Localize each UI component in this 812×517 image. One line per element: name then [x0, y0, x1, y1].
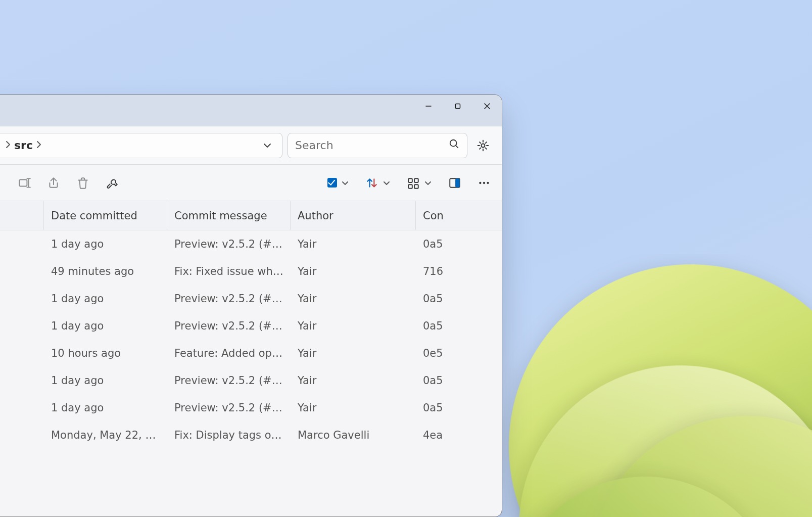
cell-author: Yair [291, 238, 416, 250]
table-row[interactable]: 1 day agoPreview: v2.5.2 (#12662)Yair0a5 [0, 230, 502, 258]
cell-author: Yair [291, 320, 416, 332]
address-history-dropdown[interactable] [259, 140, 276, 151]
cell-hash: 0a5 [416, 293, 502, 305]
rename-button[interactable] [18, 176, 31, 190]
column-header-commit-hash[interactable]: Con [416, 201, 502, 230]
cell-message: Preview: v2.5.2 (#12662) [167, 320, 291, 332]
cell-message: Fix: Display tags on netw… [167, 429, 291, 441]
cell-date: 1 day ago [44, 320, 167, 332]
toolbar [0, 165, 502, 201]
search-input[interactable]: Search [288, 133, 467, 158]
cell-author: Yair [291, 347, 416, 359]
cell-hash: 0a5 [416, 402, 502, 414]
svg-rect-11 [414, 184, 418, 189]
cell-author: Yair [291, 265, 416, 277]
cell-author: Yair [291, 402, 416, 414]
cell-author: Marco Gavelli [291, 429, 416, 441]
table-header: Git status Date committed Commit message… [0, 201, 502, 230]
table-body: 1 day agoPreview: v2.5.2 (#12662)Yair0a5… [0, 230, 502, 449]
checkbox-icon [327, 178, 337, 187]
desktop-wallpaper [484, 254, 812, 517]
column-header-author[interactable]: Author [291, 201, 416, 230]
table-row[interactable]: 10 hours agoFeature: Added option t…Yair… [0, 340, 502, 367]
delete-button[interactable] [76, 176, 89, 190]
search-icon [449, 138, 460, 152]
cell-date: 1 day ago [44, 238, 167, 250]
cell-message: Preview: v2.5.2 (#12662) [167, 238, 291, 250]
column-header-git-status[interactable]: Git status [0, 201, 44, 230]
sort-button[interactable] [365, 176, 391, 190]
cell-message: Preview: v2.5.2 (#12662) [167, 402, 291, 414]
svg-rect-1 [456, 104, 460, 109]
svg-line-5 [456, 146, 458, 148]
column-header-date-committed[interactable]: Date committed [44, 201, 167, 230]
cell-hash: 716 [416, 265, 502, 277]
table-row[interactable]: 1 day agoPreview: v2.5.2 (#12662)Yair0a5 [0, 285, 502, 312]
cell-author: Yair [291, 374, 416, 387]
svg-rect-7 [19, 179, 27, 186]
table-row[interactable]: Monday, May 22, 2023Fix: Display tags on… [0, 421, 502, 449]
svg-point-16 [487, 181, 489, 183]
cell-hash: 0a5 [416, 374, 502, 387]
preview-pane-button[interactable] [448, 176, 461, 190]
chevron-right-icon [5, 139, 11, 152]
cell-message: Preview: v2.5.2 (#12662) [167, 293, 291, 305]
cell-hash: 0a5 [416, 238, 502, 250]
svg-rect-10 [408, 184, 412, 189]
table-row[interactable]: 1 day agoPreview: v2.5.2 (#12662)Yair0a5 [0, 367, 502, 394]
cell-message: Fix: Fixed issue where mi… [167, 265, 291, 277]
layout-button[interactable] [407, 176, 432, 190]
minimize-button[interactable] [414, 95, 443, 117]
titlebar [0, 95, 502, 126]
table-row[interactable]: 1 day agoPreview: v2.5.2 (#12662)Yair0a5 [0, 394, 502, 421]
cell-hash: 4ea [416, 429, 502, 441]
svg-rect-9 [414, 178, 418, 182]
cell-date: 1 day ago [44, 374, 167, 387]
chevron-right-icon [36, 139, 42, 152]
maximize-button[interactable] [443, 95, 472, 117]
svg-point-15 [483, 181, 485, 183]
table-row[interactable]: 1 day agoPreview: v2.5.2 (#12662)Yair0a5 [0, 312, 502, 340]
table-row[interactable]: 49 minutes agoFix: Fixed issue where mi…… [0, 258, 502, 285]
cell-date: 1 day ago [44, 402, 167, 414]
cell-date: 49 minutes ago [44, 265, 167, 277]
svg-point-6 [482, 144, 485, 147]
cell-author: Yair [291, 293, 416, 305]
cell-date: 10 hours ago [44, 347, 167, 359]
breadcrumb-segment[interactable]: src [14, 139, 33, 152]
cell-date: Monday, May 22, 2023 [44, 429, 167, 441]
app-window: src Search [0, 95, 502, 517]
close-button[interactable] [472, 95, 502, 117]
address-bar[interactable]: src [0, 133, 282, 158]
nav-row: src Search [0, 126, 502, 165]
svg-rect-13 [455, 178, 460, 187]
cell-hash: 0e5 [416, 347, 502, 359]
selection-options-button[interactable] [327, 178, 349, 187]
cell-hash: 0a5 [416, 320, 502, 332]
svg-point-14 [479, 181, 481, 183]
column-header-commit-message[interactable]: Commit message [167, 201, 291, 230]
properties-button[interactable] [106, 176, 119, 190]
svg-rect-8 [408, 178, 412, 182]
settings-button[interactable] [472, 135, 494, 156]
cell-date: 1 day ago [44, 293, 167, 305]
cell-message: Preview: v2.5.2 (#12662) [167, 374, 291, 387]
share-button[interactable] [47, 176, 60, 190]
more-button[interactable] [477, 176, 491, 190]
search-placeholder: Search [295, 139, 449, 152]
cell-message: Feature: Added option t… [167, 347, 291, 359]
